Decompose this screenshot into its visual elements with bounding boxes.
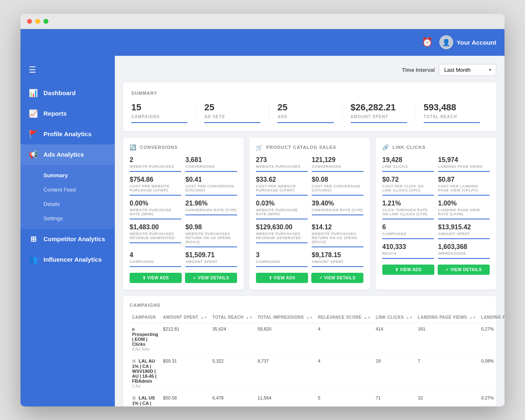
- stat-label: AD SETS: [204, 114, 260, 119]
- link-clicks-view-details-button[interactable]: ✓ VIEW DETAILS: [438, 265, 490, 275]
- campaign-sub: 4 Ad Sets: [132, 347, 150, 352]
- hamburger-icon[interactable]: ☰: [21, 60, 115, 80]
- col-total-reach[interactable]: TOTAL REACH ▲▼: [210, 313, 255, 323]
- col-total-impressions[interactable]: TOTAL IMPRESSIONS ▲▼: [255, 313, 315, 323]
- lc-metric-6: 6 CAMPAIGNS: [382, 224, 434, 239]
- metric-website-purchases: 2 WEBSITE PURCHASES: [130, 156, 181, 172]
- time-interval-label: Time Interval: [402, 67, 435, 73]
- fullscreen-button[interactable]: [43, 19, 48, 24]
- table-row: ⊞ LAL US 1% | CA | WSV180D | US | 18-45 …: [130, 392, 504, 406]
- sidebar-sub-item-details[interactable]: Details: [21, 197, 115, 211]
- time-interval-row: Time Interval Last Week Last Month Last …: [123, 64, 496, 76]
- product-catalog-view-ads-button[interactable]: ⬆ VIEW ADS: [256, 273, 308, 283]
- pc-metric-2: $33.62 COST PER WEBSITE PURCHASE (CPWP): [256, 176, 308, 196]
- main-content: Time Interval Last Week Last Month Last …: [115, 56, 504, 406]
- sidebar-item-label: Profile Analytics: [43, 130, 91, 137]
- sidebar-item-dashboard[interactable]: 📊 Dashboard: [21, 83, 115, 103]
- campaign-landing-page-views: 7: [415, 355, 479, 392]
- link-clicks-title: LINK CLICKS: [393, 145, 426, 150]
- pc-metric-6: $129,630.00 WEBSITE PURCHASES REVENUE GE…: [256, 224, 308, 247]
- profile-analytics-icon: 🚩: [29, 130, 38, 139]
- campaigns-card: CAMPAIGNS CAMPAIGN AMOUNT SPENT ▲▼ TOTAL…: [123, 296, 496, 406]
- three-column-row: 🔄 CONVERSIONS 2 WEBSITE PURCHASES 3,681: [123, 138, 496, 290]
- sidebar-item-influencer-analytics[interactable]: 👥 Influencer Analytics: [21, 249, 115, 270]
- sidebar-sub-item-content-feed[interactable]: Content Feed: [21, 183, 115, 197]
- campaigns-table: CAMPAIGN AMOUNT SPENT ▲▼ TOTAL REACH ▲▼ …: [130, 313, 504, 406]
- sidebar-item-ads-analytics[interactable]: 📢 Ads Analytics: [21, 144, 115, 165]
- metric-cvr: 21.96% CONVERSION RATE (CVR): [185, 200, 237, 219]
- sidebar-item-label: Competitor Analytics: [43, 235, 105, 242]
- conversions-buttons: ⬆ VIEW ADS ✓ VIEW DETAILS: [130, 273, 237, 283]
- col-amount-spent[interactable]: AMOUNT SPENT ▲▼: [161, 313, 210, 323]
- alarm-icon[interactable]: ⏰: [422, 37, 433, 48]
- app-body: ⏰ 👤 Your Account ☰ 📊 Dashboard 📈 Reports: [21, 29, 504, 406]
- campaign-amount-spent: $59.31: [161, 355, 210, 392]
- sidebar-item-label: Dashboard: [43, 89, 75, 96]
- lc-metric-3: $0.87 COST PER LANDING PAGE VIEW (CPLPV): [438, 176, 490, 196]
- sidebar-sub-item-summary[interactable]: Summary: [21, 168, 115, 183]
- stat-divider: [424, 122, 480, 123]
- campaign-name-cell: ▶ Prospecting | EOM | Clicks 4 Ad Sets: [130, 323, 161, 355]
- pc-metric-3: $0.08 COST PER CONVERSION (CPCONV): [312, 176, 363, 196]
- campaign-total-impressions: 8,737: [255, 355, 315, 392]
- pc-metric-7: $14.12 WEBSITE PURCHASES RETURN ON AD SP…: [312, 224, 363, 247]
- close-button[interactable]: [27, 19, 32, 24]
- conversions-view-ads-button[interactable]: ⬆ VIEW ADS: [130, 273, 182, 283]
- campaign-total-reach: 5,322: [210, 355, 255, 392]
- stat-ad-sets: 25 AD SETS: [196, 102, 269, 123]
- campaign-lpv-rate: 0.27%: [479, 323, 504, 355]
- campaign-landing-page-views: 161: [415, 323, 479, 355]
- link-clicks-header: 🔗 LINK CLICKS: [382, 144, 490, 151]
- stat-divider: [131, 122, 187, 123]
- campaign-relevance-score: 4: [315, 355, 373, 392]
- conversions-icon: 🔄: [130, 144, 137, 151]
- campaign-total-reach: 6,478: [210, 392, 255, 406]
- campaign-amount-spent: $212.81: [161, 323, 210, 355]
- app-window: ⏰ 👤 Your Account ☰ 📊 Dashboard 📈 Reports: [21, 14, 504, 406]
- product-catalog-view-details-button[interactable]: ✓ VIEW DETAILS: [311, 273, 363, 283]
- body-area: ☰ 📊 Dashboard 📈 Reports 🚩 Profile Analyt…: [21, 56, 504, 406]
- col-lpv-rate[interactable]: LANDING PAGE VIEWS RATE ▲▼: [479, 313, 504, 323]
- col-relevance-score[interactable]: RELEVANCE SCORE ▲▼: [315, 313, 373, 323]
- lc-metric-5: 1.00% LANDING PAGE VIEW RATE (LPVR): [438, 200, 490, 219]
- conversions-header: 🔄 CONVERSIONS: [130, 144, 237, 151]
- conversions-view-details-button[interactable]: ✓ VIEW DETAILS: [185, 273, 237, 283]
- col-landing-page-views[interactable]: LANDING PAGE VIEWS ▲▼: [415, 313, 479, 323]
- stat-amount-spent: $26,282.21 AMOUNT SPENT: [342, 102, 415, 123]
- link-clicks-icon: 🔗: [382, 144, 389, 151]
- product-catalog-metrics: 273 WEBSITE PURCHASES 121,129 CONVERSION…: [256, 156, 363, 267]
- lc-metric-0: 19,428 LINK CLICKS: [382, 156, 434, 172]
- product-catalog-buttons: ⬆ VIEW ADS ✓ VIEW DETAILS: [256, 273, 363, 283]
- campaign-lpv-rate: 0.08%: [479, 355, 504, 392]
- dashboard-icon: 📊: [29, 89, 38, 98]
- metric-revenue: $1,483.00 WEBSITE PURCHASES REVENUE GENE…: [130, 224, 181, 247]
- campaign-total-reach: 35,624: [210, 323, 255, 355]
- campaigns-title: CAMPAIGNS: [130, 303, 490, 308]
- stat-campaigns: 15 CAMPAIGNS: [131, 102, 196, 123]
- link-clicks-view-ads-button[interactable]: ⬆ VIEW ADS: [382, 265, 434, 275]
- time-interval-select[interactable]: Last Week Last Month Last Quarter Last Y…: [439, 64, 496, 76]
- campaign-row-icon: ▶: [132, 326, 135, 331]
- campaign-landing-page-views: 32: [415, 392, 479, 406]
- sidebar-item-profile-analytics[interactable]: 🚩 Profile Analytics: [21, 124, 115, 144]
- sidebar-item-competitor-analytics[interactable]: ⊞ Competitor Analytics: [21, 229, 115, 249]
- conversions-metrics: 2 WEBSITE PURCHASES 3,681 CONVERSIONS $7…: [130, 156, 237, 267]
- stat-label: ADS: [277, 114, 333, 119]
- sidebar-sub-menu: Summary Content Feed Details Settings: [21, 165, 115, 229]
- minimize-button[interactable]: [35, 19, 40, 24]
- lc-metric-9: 1,603,368 IMPRESSIONS: [438, 243, 490, 259]
- campaign-amount-spent: $50.58: [161, 392, 210, 406]
- campaign-row-icon: ⊞: [132, 395, 136, 400]
- col-link-clicks[interactable]: LINK CLICKS ▲▼: [373, 313, 415, 323]
- account-menu[interactable]: 👤 Your Account: [439, 35, 496, 49]
- product-catalog-icon: 🛒: [256, 144, 263, 151]
- sidebar-sub-item-settings[interactable]: Settings: [21, 211, 115, 226]
- campaigns-table-header: CAMPAIGN AMOUNT SPENT ▲▼ TOTAL REACH ▲▼ …: [130, 313, 504, 323]
- campaign-link-clicks: 19: [373, 355, 415, 392]
- campaign-relevance-score: 4: [315, 323, 373, 355]
- stat-divider: [277, 122, 333, 123]
- sidebar-item-reports[interactable]: 📈 Reports: [21, 103, 115, 124]
- pc-metric-0: 273 WEBSITE PURCHASES: [256, 156, 308, 172]
- metric-conversions: 3,681 CONVERSIONS: [185, 156, 237, 172]
- account-label: Your Account: [457, 39, 496, 46]
